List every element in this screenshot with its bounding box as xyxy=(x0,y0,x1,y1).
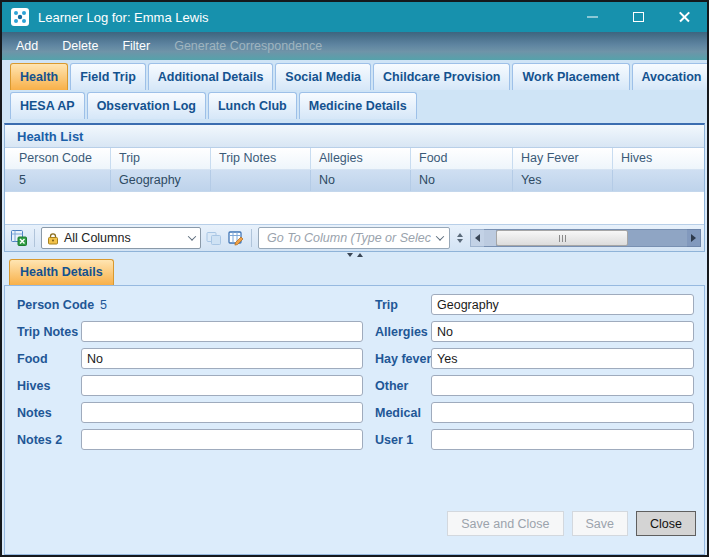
person-code-value: 5 xyxy=(100,298,107,312)
scrollbar-track-left[interactable] xyxy=(484,230,496,246)
app-icon xyxy=(11,8,29,26)
scroll-right-button[interactable] xyxy=(687,229,701,247)
trip-field[interactable] xyxy=(431,294,694,315)
notes-label: Notes xyxy=(17,406,81,420)
cell-trip-notes[interactable] xyxy=(211,170,311,191)
tab-hesa-ap[interactable]: HESA AP xyxy=(10,92,85,119)
horizontal-scrollbar[interactable] xyxy=(470,229,701,247)
cell-hay-fever[interactable]: Yes xyxy=(513,170,613,191)
menu-bar: Add Delete Filter Generate Correspondenc… xyxy=(2,32,707,60)
trip-notes-field[interactable] xyxy=(81,321,363,342)
cell-person-code[interactable]: 5 xyxy=(5,170,111,191)
health-list-panel: Health List Person Code Trip Trip Notes … xyxy=(4,123,705,252)
notes-field[interactable] xyxy=(81,402,363,423)
cell-trip[interactable]: Geography xyxy=(111,170,211,191)
tab-social-media[interactable]: Social Media xyxy=(275,63,371,90)
goto-column-combobox[interactable] xyxy=(258,227,450,249)
toolbar-separator xyxy=(34,229,35,247)
health-list-title: Health List xyxy=(5,125,704,148)
tab-health[interactable]: Health xyxy=(10,63,68,90)
column-header-hay-fever[interactable]: Hay Fever xyxy=(513,148,613,169)
column-header-trip[interactable]: Trip xyxy=(111,148,211,169)
cell-food[interactable]: No xyxy=(411,170,513,191)
column-header-food[interactable]: Food xyxy=(411,148,513,169)
goto-column-input[interactable] xyxy=(265,230,433,246)
minimize-icon xyxy=(587,16,598,18)
hives-field[interactable] xyxy=(81,375,363,396)
toolbar-separator xyxy=(251,229,252,247)
tab-medicine-details[interactable]: Medicine Details xyxy=(299,92,417,119)
scroll-left-button[interactable] xyxy=(470,229,484,247)
splitter-expand-icon xyxy=(357,253,363,257)
copy-columns-icon[interactable] xyxy=(205,229,223,247)
toolbar-splitter-handle[interactable] xyxy=(454,233,466,243)
hay-fever-field[interactable] xyxy=(431,348,694,369)
column-header-hives[interactable]: Hives xyxy=(613,148,704,169)
hives-label: Hives xyxy=(17,379,81,393)
user1-label: User 1 xyxy=(375,433,431,447)
tab-avocation[interactable]: Avocation xyxy=(632,63,709,90)
minimize-button[interactable] xyxy=(569,2,615,32)
maximize-button[interactable] xyxy=(615,2,661,32)
export-to-excel-button[interactable] xyxy=(10,229,28,247)
edit-columns-button[interactable] xyxy=(227,229,245,247)
window-title: Learner Log for: Emma Lewis xyxy=(38,10,569,25)
menu-item-filter[interactable]: Filter xyxy=(110,32,162,60)
tab-row-1: Health Field Trip Additional Details Soc… xyxy=(10,62,703,90)
grid-header-row: Person Code Trip Trip Notes Allegies Foo… xyxy=(5,148,704,170)
column-header-allegies[interactable]: Allegies xyxy=(311,148,411,169)
tab-strip: Health Field Trip Additional Details Soc… xyxy=(2,60,707,123)
other-label: Other xyxy=(375,379,431,393)
tab-work-placement[interactable]: Work Placement xyxy=(512,63,629,90)
person-code-row: Person Code 5 xyxy=(17,294,363,315)
window-controls xyxy=(569,2,707,32)
medical-field[interactable] xyxy=(431,402,694,423)
maximize-icon xyxy=(633,12,644,22)
tab-childcare-provision[interactable]: Childcare Provision xyxy=(373,63,510,90)
save-and-close-button: Save and Close xyxy=(447,511,563,536)
close-button[interactable] xyxy=(661,2,707,32)
column-selector-value: All Columns xyxy=(64,231,184,245)
menu-item-add[interactable]: Add xyxy=(2,32,50,60)
table-row[interactable]: 5 Geography No No Yes xyxy=(5,170,704,192)
allergies-field[interactable] xyxy=(431,321,694,342)
tab-observation-log[interactable]: Observation Log xyxy=(87,92,206,119)
other-field[interactable] xyxy=(431,375,694,396)
close-icon xyxy=(678,11,691,24)
thumb-grip xyxy=(562,235,563,242)
menu-item-delete[interactable]: Delete xyxy=(50,32,110,60)
chevron-down-icon xyxy=(436,232,444,240)
cell-hives[interactable] xyxy=(613,170,704,191)
arrow-left-icon xyxy=(475,234,480,242)
column-header-person-code[interactable]: Person Code xyxy=(5,148,111,169)
column-selector-dropdown[interactable]: All Columns xyxy=(41,227,201,249)
menu-item-generate-correspondence: Generate Correspondence xyxy=(162,32,334,60)
splitter-collapse-icon xyxy=(347,253,353,257)
scrollbar-thumb[interactable] xyxy=(496,230,628,246)
cell-allegies[interactable]: No xyxy=(311,170,411,191)
tab-field-trip[interactable]: Field Trip xyxy=(70,63,146,90)
learner-log-window: Learner Log for: Emma Lewis Add Delete F… xyxy=(0,0,709,557)
scrollbar-track[interactable] xyxy=(484,229,687,247)
chevron-down-icon xyxy=(188,232,196,240)
allergies-label: Allergies xyxy=(375,325,431,339)
thumb-grip xyxy=(565,235,566,242)
user1-field[interactable] xyxy=(431,429,694,450)
tab-health-details[interactable]: Health Details xyxy=(9,259,114,285)
trip-label: Trip xyxy=(375,298,431,312)
arrow-right-icon xyxy=(691,234,696,242)
column-header-trip-notes[interactable]: Trip Notes xyxy=(211,148,311,169)
hay-fever-label: Hay fever xyxy=(375,352,431,366)
health-details-form: Person Code 5 Trip Trip Notes Allergies … xyxy=(4,285,705,555)
grid-toolbar: All Columns xyxy=(5,224,704,251)
food-field[interactable] xyxy=(81,348,363,369)
close-dialog-button[interactable]: Close xyxy=(636,511,696,536)
notes2-field[interactable] xyxy=(81,429,363,450)
tab-additional-details[interactable]: Additional Details xyxy=(148,63,274,90)
title-bar: Learner Log for: Emma Lewis xyxy=(2,2,707,32)
medical-label: Medical xyxy=(375,406,431,420)
grid-empty-area xyxy=(5,192,704,224)
food-label: Food xyxy=(17,352,81,366)
tab-lunch-club[interactable]: Lunch Club xyxy=(208,92,297,119)
health-details-panel: Health Details Person Code 5 Trip Trip N… xyxy=(4,258,705,555)
